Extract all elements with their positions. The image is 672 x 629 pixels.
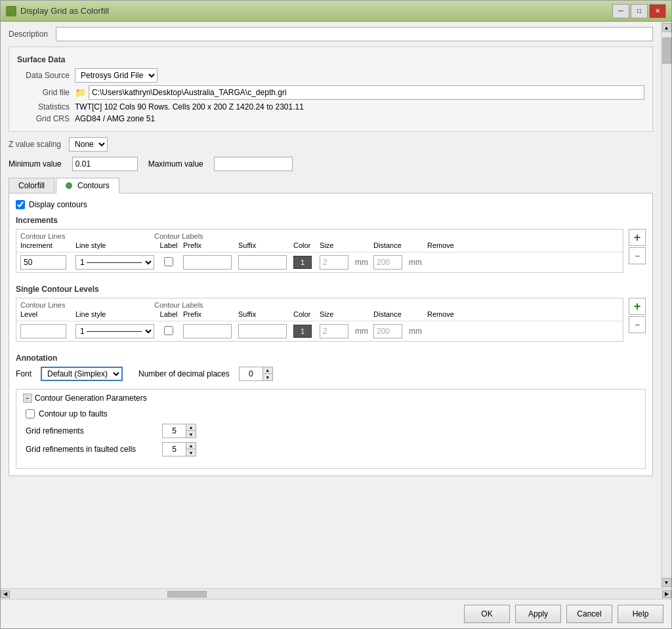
close-button[interactable]: ✕ <box>649 4 666 18</box>
max-value-input[interactable] <box>214 157 293 171</box>
tab-colorfill[interactable]: Colorfill <box>9 178 54 193</box>
single-prefix-cell <box>183 324 236 338</box>
description-label: Description <box>9 30 48 39</box>
single-col-header-distance: Distance <box>373 310 406 318</box>
horizontal-scrollbar[interactable]: ◀ ▶ <box>1 588 671 599</box>
col-header-distance: Distance <box>373 241 406 249</box>
single-dist-unit-cell: mm <box>409 327 425 336</box>
cancel-button[interactable]: Cancel <box>566 605 612 623</box>
grid-ref-faulted-spin-down[interactable]: ▼ <box>186 449 196 456</box>
colorfill-tab-label: Colorfill <box>18 181 45 190</box>
col-header-remove: Remove <box>427 241 460 249</box>
inc-distance-input[interactable] <box>373 255 402 270</box>
inc-increment-input[interactable] <box>20 255 66 270</box>
inc-linestyle-select[interactable]: 1 ———————— <box>75 255 154 270</box>
ok-button[interactable]: OK <box>464 605 510 623</box>
contour-up-faults-row: Contour up to faults <box>26 409 636 418</box>
single-contour-table: Contour Lines Contour Labels Level Line … <box>16 298 623 342</box>
grid-file-input[interactable] <box>89 85 644 100</box>
single-size-unit-label: mm <box>355 327 368 336</box>
single-add-button[interactable]: + <box>629 298 646 315</box>
contour-gen-header[interactable]: − Contour Generation Parameters <box>23 394 639 403</box>
tabs-bar: Colorfill Contours <box>9 178 653 193</box>
inc-size-input[interactable] <box>320 255 348 270</box>
min-max-row: Minimum value Maximum value <box>9 157 653 171</box>
grid-ref-spin-down[interactable]: ▼ <box>186 431 196 437</box>
right-scrollbar[interactable]: ▲ ▼ <box>661 22 671 588</box>
decimal-places-input[interactable] <box>239 367 262 381</box>
grid-ref-faulted-row: Grid refinements in faulted cells ▲ ▼ <box>26 442 636 457</box>
single-contour-table-container: Contour Lines Contour Labels Level Line … <box>16 298 646 344</box>
single-col-header-prefix: Prefix <box>183 310 236 318</box>
scroll-up-arrow[interactable]: ▲ <box>662 23 671 32</box>
decimal-spin-up[interactable]: ▲ <box>263 367 272 374</box>
scrollbar-thumb[interactable] <box>662 37 671 64</box>
increments-data-row: 1 ———————— <box>16 253 623 272</box>
scroll-down-arrow[interactable]: ▼ <box>662 578 671 587</box>
grid-ref-faulted-input[interactable] <box>162 442 186 457</box>
single-suffix-input[interactable] <box>238 324 287 338</box>
z-scaling-select[interactable]: None <box>69 137 108 152</box>
maximize-button[interactable]: □ <box>631 4 648 18</box>
scroll-left-arrow[interactable]: ◀ <box>1 590 10 598</box>
grid-refinements-row: Grid refinements ▲ ▼ <box>26 424 636 438</box>
min-value-label: Minimum value <box>9 159 62 169</box>
col-header-color: Color <box>293 241 317 249</box>
single-prefix-input[interactable] <box>183 324 232 338</box>
inc-linestyle-cell: 1 ———————— <box>75 255 154 270</box>
min-value-input[interactable] <box>72 157 138 171</box>
scrollbar-h-thumb[interactable] <box>167 591 207 598</box>
single-distance-cell <box>373 324 406 338</box>
inc-prefix-input[interactable] <box>183 255 232 270</box>
inc-label-cell <box>157 257 180 268</box>
single-add-remove-buttons: + − <box>629 298 646 333</box>
tab-contours[interactable]: Contours <box>56 178 119 193</box>
inc-remove-button[interactable]: − <box>629 247 646 264</box>
z-scaling-label: Z value scaling <box>9 140 61 149</box>
single-contour-title: Single Contour Levels <box>16 285 646 294</box>
help-button[interactable]: Help <box>618 605 663 623</box>
inc-label-checkbox[interactable] <box>164 257 173 266</box>
description-input[interactable] <box>56 27 653 41</box>
main-scroll-area[interactable]: Description Surface Data Data Source Pet… <box>1 22 661 588</box>
grid-refinements-input[interactable] <box>162 424 186 438</box>
single-col-header-color: Color <box>293 310 317 318</box>
contour-up-faults-checkbox[interactable] <box>26 409 35 418</box>
single-level-input[interactable] <box>20 324 66 338</box>
statistics-value: TWT[C] 102 Cols 90 Rows. Cells 200 x 200… <box>75 102 304 112</box>
single-size-cell <box>320 324 352 338</box>
decimal-spin-down[interactable]: ▼ <box>263 374 272 380</box>
single-remove-button[interactable]: − <box>629 316 646 333</box>
main-window: 🌿 Display Grid as Colorfill ─ □ ✕ Descri… <box>0 0 672 629</box>
apply-button[interactable]: Apply <box>515 605 561 623</box>
col-header-increment: Increment <box>20 241 73 249</box>
single-color-box[interactable]: 1 <box>293 325 312 338</box>
single-distance-input[interactable] <box>373 324 402 338</box>
display-contours-row: Display contours <box>16 200 646 209</box>
minimize-button[interactable]: ─ <box>612 4 629 18</box>
inc-distance-cell <box>373 255 406 270</box>
surface-data-title: Surface Data <box>17 55 644 64</box>
font-select[interactable]: Default (Simplex) <box>41 367 123 381</box>
inc-color-box[interactable]: 1 <box>293 256 312 269</box>
col-header-prefix: Prefix <box>183 241 236 249</box>
single-level-cell <box>20 324 73 338</box>
contour-labels-span: Contour Labels <box>154 232 619 240</box>
inc-size-cell <box>320 255 352 270</box>
contour-lines-span: Contour Lines <box>20 232 154 240</box>
max-value-label: Maximum value <box>148 159 203 169</box>
grid-ref-spin-up[interactable]: ▲ <box>186 424 196 431</box>
increments-table-container: Contour Lines Contour Labels Increment L… <box>16 229 646 275</box>
display-contours-checkbox[interactable] <box>16 200 25 209</box>
title-bar-buttons: ─ □ ✕ <box>612 4 666 18</box>
window-title: Display Grid as Colorfill <box>20 6 109 16</box>
inc-add-button[interactable]: + <box>629 229 646 246</box>
single-linestyle-select[interactable]: 1 ———————— <box>75 324 154 338</box>
data-source-select[interactable]: Petrosys Grid File <box>75 68 158 83</box>
inc-suffix-cell <box>238 255 291 270</box>
inc-suffix-input[interactable] <box>238 255 287 270</box>
single-label-checkbox[interactable] <box>164 326 173 335</box>
grid-ref-faulted-spin-up[interactable]: ▲ <box>186 443 196 449</box>
scroll-right-arrow[interactable]: ▶ <box>662 590 671 598</box>
single-size-input[interactable] <box>320 324 348 338</box>
